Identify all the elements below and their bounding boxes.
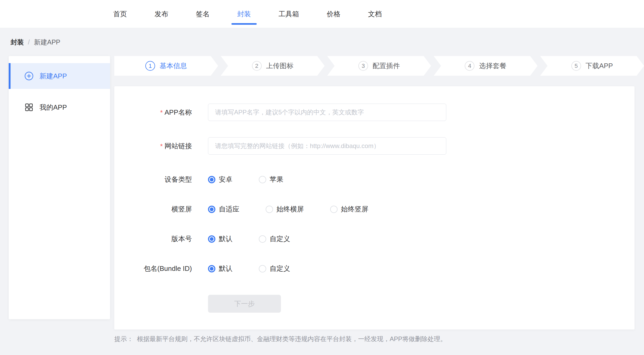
breadcrumb: 封装 / 新建APP (0, 28, 644, 56)
sidebar: 新建APP 我的APP (9, 56, 110, 319)
nav-item-package[interactable]: 封装 (237, 0, 251, 28)
main-panel: 1 基本信息 2 上传图标 3 配置插件 4 选择套餐 5 下载APP (114, 56, 644, 343)
radio-bundle-custom[interactable]: 自定义 (259, 264, 290, 273)
radio-selected-icon (208, 206, 215, 213)
sidebar-item-new-app[interactable]: 新建APP (9, 63, 110, 89)
step-label: 上传图标 (266, 61, 294, 70)
radio-version-custom[interactable]: 自定义 (259, 234, 290, 244)
platform-tip: 提示： 根据最新平台规则，不允许区块链虚拟币、金融理财类等违规内容在平台封装，一… (114, 335, 644, 343)
radio-unselected-icon (330, 206, 338, 213)
radio-unselected-icon (259, 235, 266, 243)
nav-item-docs[interactable]: 文档 (368, 0, 382, 28)
form-row-orientation: 横竖屏 自适应 始终横屏 始终竖屏 (114, 205, 635, 214)
radio-always-portrait[interactable]: 始终竖屏 (330, 205, 368, 214)
radio-selected-icon (208, 235, 215, 243)
step-wizard: 1 基本信息 2 上传图标 3 配置插件 4 选择套餐 5 下载APP (114, 56, 644, 76)
radio-selected-icon (208, 265, 215, 272)
step-number: 4 (465, 61, 474, 71)
app-name-label: *APP名称 (114, 108, 192, 117)
version-label: 版本号 (114, 234, 192, 244)
tip-prefix: 提示： (114, 335, 133, 343)
step-label: 配置插件 (373, 61, 400, 70)
tip-text: 根据最新平台规则，不允许区块链虚拟币、金融理财类等违规内容在平台封装，一经发现，… (137, 335, 447, 343)
step-label: 基本信息 (160, 61, 187, 70)
form-row-site-url: *网站链接 (114, 137, 635, 155)
form-row-submit: 下一步 (114, 295, 635, 313)
breadcrumb-section[interactable]: 封装 (11, 38, 24, 47)
bundle-id-label: 包名(Bundle ID) (114, 264, 192, 273)
step-upload-icon[interactable]: 2 上传图标 (221, 56, 324, 76)
radio-adaptive[interactable]: 自适应 (208, 205, 239, 214)
step-basic-info[interactable]: 1 基本信息 (114, 56, 218, 76)
step-label: 下载APP (586, 61, 613, 70)
site-url-input[interactable] (208, 137, 446, 155)
sidebar-item-label: 我的APP (39, 103, 67, 112)
step-number: 5 (571, 61, 581, 71)
required-star: * (160, 109, 163, 116)
step-number: 1 (145, 61, 155, 71)
step-label: 选择套餐 (479, 61, 506, 70)
form-row-app-name: *APP名称 (114, 104, 635, 121)
form-row-device-type: 设备类型 安卓 苹果 (114, 175, 635, 184)
radio-selected-icon (208, 176, 215, 183)
top-nav: 首页 发布 签名 封装 工具箱 价格 文档 (0, 0, 644, 28)
grid-icon (24, 103, 33, 112)
radio-always-landscape[interactable]: 始终横屏 (266, 205, 304, 214)
nav-item-home[interactable]: 首页 (113, 0, 127, 28)
nav-item-publish[interactable]: 发布 (155, 0, 168, 28)
radio-unselected-icon (259, 265, 266, 272)
radio-unselected-icon (266, 206, 273, 213)
content-area: 新建APP 我的APP 1 基本信息 2 上传图标 (0, 56, 644, 343)
step-number: 2 (252, 61, 262, 71)
radio-unselected-icon (259, 176, 266, 183)
circle-plus-icon (24, 72, 33, 80)
sidebar-item-label: 新建APP (39, 72, 67, 81)
form-row-version: 版本号 默认 自定义 (114, 234, 635, 244)
orientation-label: 横竖屏 (114, 205, 192, 214)
nav-item-price[interactable]: 价格 (327, 0, 340, 28)
nav-item-toolbox[interactable]: 工具箱 (279, 0, 299, 28)
device-type-label: 设备类型 (114, 175, 192, 184)
radio-android[interactable]: 安卓 (208, 175, 232, 184)
radio-bundle-default[interactable]: 默认 (208, 264, 232, 273)
nav-item-sign[interactable]: 签名 (196, 0, 210, 28)
step-configure-plugin[interactable]: 3 配置插件 (327, 56, 431, 76)
basic-info-form: *APP名称 *网站链接 设备类型 安卓 (114, 86, 635, 329)
breadcrumb-current: 新建APP (34, 38, 60, 47)
radio-ios[interactable]: 苹果 (259, 175, 283, 184)
app-name-input[interactable] (208, 104, 446, 121)
radio-version-default[interactable]: 默认 (208, 234, 232, 244)
form-row-bundle-id: 包名(Bundle ID) 默认 自定义 (114, 264, 635, 273)
site-url-label: *网站链接 (114, 141, 192, 151)
required-star: * (160, 143, 163, 150)
sidebar-item-my-app[interactable]: 我的APP (9, 94, 110, 120)
next-step-button[interactable]: 下一步 (208, 295, 281, 313)
step-select-plan[interactable]: 4 选择套餐 (434, 56, 537, 76)
step-number: 3 (358, 61, 368, 71)
breadcrumb-separator: / (28, 38, 30, 46)
step-download-app[interactable]: 5 下载APP (540, 56, 644, 76)
